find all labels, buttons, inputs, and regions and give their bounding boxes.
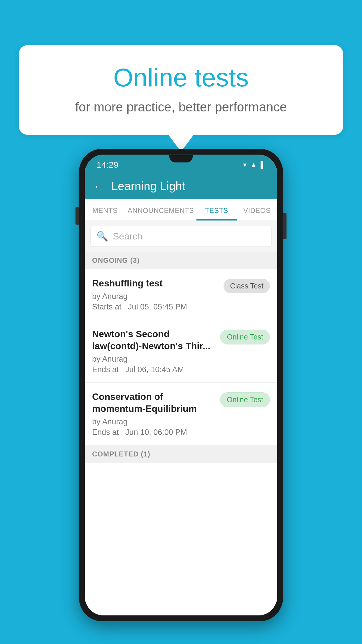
tab-bar: MENTS ANNOUNCEMENTS TESTS VIDEOS [85, 199, 277, 221]
tab-ments[interactable]: MENTS [85, 199, 125, 220]
test-date-1: Starts at Jul 05, 05:45 PM [92, 302, 218, 312]
test-name-3: Conservation of momentum-Equilibrium [92, 391, 214, 415]
search-icon: 🔍 [96, 231, 108, 242]
ongoing-section-label: ONGOING (3) [85, 252, 277, 269]
test-item-2[interactable]: Newton's Second law(contd)-Newton's Thir… [85, 320, 277, 383]
phone-notch [169, 155, 193, 162]
test-date-label-2: Ends at [92, 365, 119, 374]
completed-section-label: COMPLETED (1) [85, 445, 277, 463]
tab-videos[interactable]: VIDEOS [237, 199, 277, 220]
test-item-3[interactable]: Conservation of momentum-Equilibrium by … [85, 383, 277, 445]
test-list: Reshuffling test by Anurag Starts at Jul… [85, 269, 277, 615]
tab-announcements[interactable]: ANNOUNCEMENTS [125, 199, 196, 220]
test-date-value-2: Jul 06, 10:45 AM [125, 365, 184, 374]
back-button[interactable]: ← [94, 180, 104, 192]
phone-screen: 14:29 ▾ ▲ ▌ ← Learning Light MENTS ANNOU… [85, 155, 277, 615]
test-by-3: by Anurag [92, 417, 214, 426]
test-info-3: Conservation of momentum-Equilibrium by … [92, 391, 220, 437]
test-date-value-3: Jun 10, 06:00 PM [125, 428, 187, 437]
test-date-label-1: Starts at [92, 302, 122, 311]
search-box[interactable]: 🔍 Search [91, 226, 271, 246]
speech-bubble-section: Online tests for more practice, better p… [19, 45, 343, 152]
tab-tests[interactable]: TESTS [196, 199, 237, 220]
phone-wrapper: 14:29 ▾ ▲ ▌ ← Learning Light MENTS ANNOU… [79, 149, 283, 621]
signal-icon: ▲ [250, 161, 257, 169]
test-name-1: Reshuffling test [92, 277, 218, 290]
test-name-2: Newton's Second law(contd)-Newton's Thir… [92, 328, 214, 352]
test-item-1[interactable]: Reshuffling test by Anurag Starts at Jul… [85, 269, 277, 320]
status-time: 14:29 [96, 160, 118, 170]
test-info-2: Newton's Second law(contd)-Newton's Thir… [92, 328, 220, 374]
app-bar: ← Learning Light [85, 173, 277, 199]
battery-icon: ▌ [261, 161, 266, 169]
search-placeholder: Search [113, 231, 142, 242]
test-date-3: Ends at Jun 10, 06:00 PM [92, 428, 214, 437]
app-bar-title: Learning Light [111, 180, 185, 193]
test-badge-2: Online Test [220, 330, 270, 344]
test-date-value-1: Jul 05, 05:45 PM [128, 302, 187, 311]
test-by-1: by Anurag [92, 292, 218, 301]
test-badge-1: Class Test [224, 279, 270, 293]
bubble-title: Online tests [42, 63, 320, 92]
test-by-2: by Anurag [92, 355, 214, 364]
test-info-1: Reshuffling test by Anurag Starts at Jul… [92, 277, 224, 312]
status-icons: ▾ ▲ ▌ [243, 161, 266, 169]
wifi-icon: ▾ [243, 161, 247, 169]
test-date-label-3: Ends at [92, 428, 119, 437]
bubble-subtitle: for more practice, better performance [42, 100, 320, 114]
search-container: 🔍 Search [85, 221, 277, 252]
phone-frame: 14:29 ▾ ▲ ▌ ← Learning Light MENTS ANNOU… [79, 149, 283, 621]
speech-bubble: Online tests for more practice, better p… [19, 45, 343, 135]
test-date-2: Ends at Jul 06, 10:45 AM [92, 365, 214, 374]
test-badge-3: Online Test [220, 392, 270, 407]
